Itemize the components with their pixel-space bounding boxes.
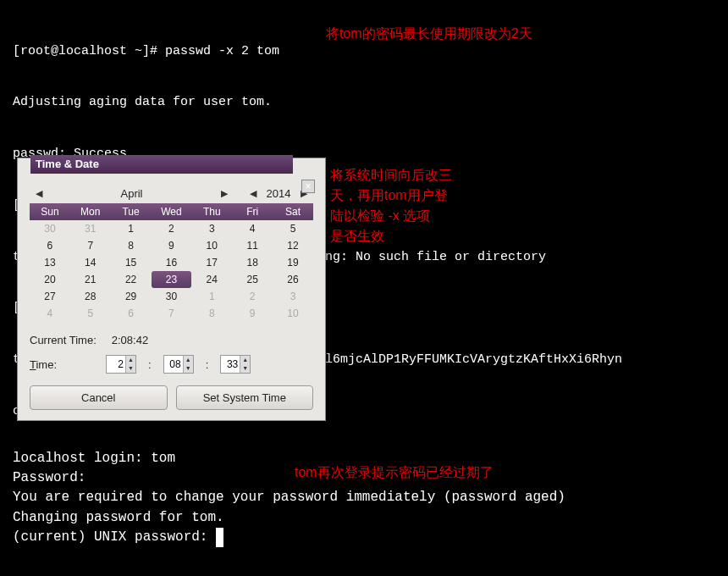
dialog-titlebar[interactable]: Time & Date [30, 155, 293, 174]
calendar-day[interactable]: 30 [30, 220, 70, 237]
dow-header: Fri [232, 203, 273, 220]
calendar-day[interactable]: 12 [273, 237, 313, 254]
calendar-day[interactable]: 2 [152, 220, 192, 237]
password-prompt: Password: [13, 468, 565, 488]
calendar-day[interactable]: 8 [191, 305, 232, 322]
unix-password-prompt[interactable]: (current) UNIX password: [13, 528, 565, 547]
calendar-day[interactable]: 2 [232, 288, 273, 305]
calendar-nav: ◀ April ▶ ◀ 2014 ▶ [30, 186, 313, 202]
time-date-dialog: Time & Date ◀ April ▶ ◀ 2014 ▶ SunMonTue… [17, 158, 326, 421]
calendar-day[interactable]: 21 [70, 271, 111, 288]
minute-spin-icon[interactable]: ▲▼ [183, 356, 193, 373]
annotation-change-2-days: 将tom的密码最长使用期限改为2天 [326, 24, 532, 44]
calendar-day[interactable]: 7 [70, 237, 111, 254]
calendar-day[interactable]: 7 [152, 305, 192, 322]
calendar-day[interactable]: 16 [152, 254, 192, 271]
next-month-icon[interactable]: ▶ [218, 188, 230, 200]
hour-spin-icon[interactable]: ▲▼ [125, 356, 135, 373]
minute-field[interactable] [164, 357, 183, 372]
time-label: Time: [30, 358, 57, 371]
calendar-day[interactable]: 4 [30, 305, 70, 322]
hour-field[interactable] [107, 357, 125, 372]
annotation-shift-3-days: 将系统时间向后改三 天，再用tom用户登 陆以检验 -x 选项 是否生效 [330, 165, 452, 246]
calendar-day[interactable]: 20 [30, 271, 70, 288]
calendar-day[interactable]: 18 [232, 254, 273, 271]
dow-header: Sun [30, 203, 70, 220]
cancel-button[interactable]: Cancel [30, 385, 168, 410]
dow-header: Mon [70, 203, 111, 220]
login-prompt: localhost login: tom [13, 449, 565, 468]
calendar-day[interactable]: 23 [152, 271, 192, 288]
calendar-day[interactable]: 30 [152, 288, 192, 305]
out-adjusting: Adjusting aging data for user tom. [13, 94, 715, 111]
dow-header: Sat [273, 203, 313, 220]
msg-changing: Changing password for tom. [13, 508, 565, 528]
calendar-day[interactable]: 9 [152, 237, 192, 254]
calendar-day[interactable]: 17 [191, 254, 232, 271]
calendar-day[interactable]: 5 [273, 220, 313, 237]
msg-password-aged: You are required to change your password… [13, 488, 565, 507]
year-label[interactable]: 2014 [259, 187, 298, 200]
calendar-day[interactable]: 13 [30, 254, 70, 271]
calendar-day[interactable]: 25 [232, 271, 273, 288]
hour-stepper[interactable]: ▲▼ [106, 355, 136, 374]
calendar-grid: SunMonTueWedThuFriSat 303112345678910111… [30, 203, 313, 322]
calendar-day[interactable]: 31 [70, 220, 111, 237]
calendar-day[interactable]: 27 [30, 288, 70, 305]
cmd-passwd: [root@localhost ~]# passwd -x 2 tom [13, 43, 715, 60]
dow-header: Wed [152, 203, 192, 220]
calendar-day[interactable]: 11 [232, 237, 273, 254]
calendar-day[interactable]: 24 [191, 271, 232, 288]
calendar-day[interactable]: 4 [232, 220, 273, 237]
dow-header: Tue [111, 203, 152, 220]
calendar-day[interactable]: 22 [111, 271, 152, 288]
calendar-day[interactable]: 8 [111, 237, 152, 254]
second-field[interactable] [221, 357, 240, 372]
current-time-label: Current Time: [30, 334, 97, 346]
second-spin-icon[interactable]: ▲▼ [240, 356, 250, 373]
calendar-day[interactable]: 9 [232, 305, 273, 322]
prev-year-icon[interactable]: ◀ [247, 188, 259, 200]
calendar-day[interactable]: 28 [70, 288, 111, 305]
minute-stepper[interactable]: ▲▼ [163, 355, 194, 374]
calendar-day[interactable]: 14 [70, 254, 111, 271]
close-icon[interactable]: × [301, 180, 315, 193]
set-system-time-button[interactable]: Set System Time [176, 385, 314, 410]
calendar-day[interactable]: 6 [30, 237, 70, 254]
dialog-title: Time & Date [36, 158, 99, 170]
terminal-output-bottom: localhost login: tom Password: You are r… [13, 449, 565, 547]
current-time-row: Current Time: 2:08:42 [30, 334, 313, 346]
calendar-day[interactable]: 1 [191, 288, 232, 305]
calendar-day[interactable]: 10 [273, 305, 313, 322]
calendar-day[interactable]: 3 [191, 220, 232, 237]
current-time-value: 2:08:42 [112, 334, 148, 346]
calendar-day[interactable]: 5 [70, 305, 111, 322]
calendar-day[interactable]: 26 [273, 271, 313, 288]
calendar-day[interactable]: 15 [111, 254, 152, 271]
calendar-day[interactable]: 29 [111, 288, 152, 305]
month-label[interactable]: April [45, 187, 218, 200]
dow-header: Thu [191, 203, 232, 220]
calendar-day[interactable]: 10 [191, 237, 232, 254]
prev-month-icon[interactable]: ◀ [33, 188, 45, 200]
calendar-day[interactable]: 3 [273, 288, 313, 305]
calendar-day[interactable]: 19 [273, 254, 313, 271]
second-stepper[interactable]: ▲▼ [220, 355, 251, 374]
calendar-day[interactable]: 6 [111, 305, 152, 322]
calendar-day[interactable]: 1 [111, 220, 152, 237]
